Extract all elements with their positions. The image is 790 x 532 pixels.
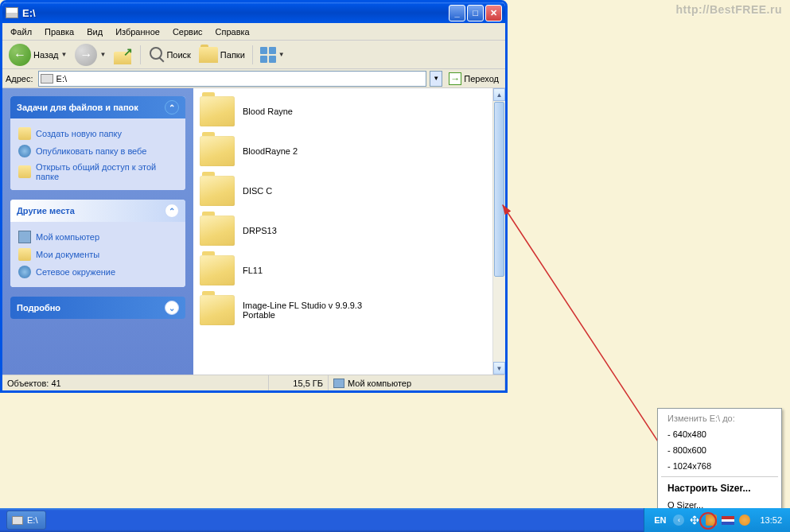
drive-icon — [41, 74, 53, 83]
window-title: E:\ — [22, 7, 449, 19]
chevron-down-icon: ▼ — [61, 51, 68, 58]
menu-file[interactable]: Файл — [4, 25, 38, 39]
drive-icon — [12, 516, 23, 525]
folder-icon — [200, 255, 235, 285]
globe-icon — [18, 145, 31, 157]
share-icon — [18, 165, 31, 178]
tasks-header[interactable]: Задачи для файлов и папок ⌃ — [10, 96, 185, 118]
task-share[interactable]: Открыть общий доступ к этой папке — [18, 160, 177, 184]
computer-icon — [333, 379, 344, 388]
list-item[interactable]: BloodRayne 2 — [197, 131, 502, 171]
scrollbar[interactable]: ▲ ▼ — [492, 88, 505, 375]
folder-up-icon: ↗ — [114, 45, 133, 64]
places-panel: Другие места ⌃ Мой компьютер Мои докумен… — [10, 200, 185, 287]
list-item[interactable]: DRPS13 — [197, 211, 502, 250]
taskbar: E:\ EN ‹ 13:52 — [0, 508, 790, 532]
list-item[interactable]: FL11 — [197, 250, 502, 290]
menu-help[interactable]: Справка — [209, 25, 256, 39]
folder-icon — [200, 176, 235, 206]
search-button[interactable]: Поиск — [145, 45, 193, 64]
flag-tray-icon[interactable] — [722, 514, 734, 526]
details-title: Подробно — [17, 303, 60, 313]
address-value: E:\ — [56, 74, 67, 83]
network-icon — [18, 266, 31, 278]
menubar: Файл Правка Вид Избранное Сервис Справка — [2, 23, 505, 41]
place-network[interactable]: Сетевое окружение — [18, 263, 177, 281]
list-item[interactable]: Blood Rayne — [197, 91, 502, 131]
cm-configure[interactable]: Настроить Sizer... — [660, 480, 780, 497]
search-icon — [148, 47, 164, 63]
list-item[interactable]: DISC C — [197, 171, 502, 211]
go-button[interactable]: → Переход — [446, 72, 502, 86]
file-list[interactable]: Blood Rayne BloodRayne 2 DISC C DRPS13 F… — [193, 88, 505, 375]
forward-button[interactable]: → ▼ — [72, 42, 109, 68]
back-button[interactable]: ← Назад ▼ — [6, 42, 70, 68]
explorer-window: E:\ _ □ ✕ Файл Правка Вид Избранное Серв… — [0, 0, 508, 393]
tray-lang[interactable]: EN — [654, 515, 666, 525]
scroll-thumb[interactable] — [494, 102, 504, 277]
tasks-panel: Задачи для файлов и папок ⌃ Создать нову… — [10, 96, 185, 190]
app-tray-icon[interactable] — [738, 514, 751, 526]
go-arrow-icon: → — [449, 72, 461, 85]
drive-icon — [6, 7, 18, 18]
menu-view[interactable]: Вид — [80, 25, 109, 39]
folders-label: Папки — [220, 50, 245, 60]
places-title: Другие места — [17, 206, 75, 216]
task-new-folder[interactable]: Создать новую папку — [18, 125, 177, 142]
address-dropdown[interactable]: ▼ — [430, 71, 442, 87]
cm-size-640[interactable]: - 640x480 — [660, 426, 780, 442]
chevron-down-icon: ⌄ — [165, 301, 179, 315]
places-header[interactable]: Другие места ⌃ — [10, 200, 185, 222]
folder-icon — [200, 216, 235, 246]
scroll-down-button[interactable]: ▼ — [493, 362, 505, 375]
maximize-button[interactable]: □ — [467, 5, 484, 21]
watermark: http://BestFREE.ru — [676, 3, 782, 16]
up-button[interactable]: ↗ — [111, 44, 136, 66]
menu-service[interactable]: Сервис — [166, 25, 209, 39]
new-folder-icon — [18, 127, 31, 140]
address-input[interactable]: E:\ — [38, 71, 427, 87]
close-button[interactable]: ✕ — [485, 5, 502, 21]
place-mycomputer[interactable]: Мой компьютер — [18, 228, 177, 246]
sidebar: Задачи для файлов и папок ⌃ Создать нову… — [2, 88, 193, 375]
chevron-up-icon: ⌃ — [165, 100, 179, 115]
cm-size-800[interactable]: - 800x600 — [660, 442, 780, 458]
folder-icon — [199, 47, 218, 63]
tray-expand-icon[interactable]: ‹ — [673, 515, 684, 526]
cm-header: Изменить E:\ до: — [660, 410, 780, 426]
sizer-tray-icon[interactable] — [688, 514, 701, 526]
views-button[interactable]: ▼ — [257, 45, 288, 64]
toolbar: ← Назад ▼ → ▼ ↗ Поиск Папки ▼ — [2, 41, 505, 69]
separator — [252, 45, 253, 64]
statusbar: Объектов: 41 15,5 ГБ Мой компьютер — [2, 375, 505, 390]
cm-size-1024[interactable]: - 1024x768 — [660, 458, 780, 474]
forward-icon: → — [75, 44, 97, 66]
menu-edit[interactable]: Правка — [38, 25, 80, 39]
address-bar: Адрес: E:\ ▼ → Переход — [2, 69, 505, 88]
folder-icon — [200, 295, 235, 325]
address-label: Адрес: — [6, 74, 35, 83]
minimize-button[interactable]: _ — [449, 5, 465, 21]
status-objects: Объектов: 41 — [2, 375, 269, 390]
views-icon — [260, 47, 276, 63]
status-location: Мой компьютер — [329, 375, 505, 390]
taskbar-item[interactable]: E:\ — [6, 511, 46, 530]
titlebar[interactable]: E:\ _ □ ✕ — [2, 2, 505, 23]
folders-button[interactable]: Папки — [196, 45, 248, 64]
scroll-up-button[interactable]: ▲ — [493, 88, 505, 101]
place-mydocs[interactable]: Мои документы — [18, 246, 177, 263]
go-label: Переход — [464, 74, 499, 83]
search-label: Поиск — [166, 50, 190, 60]
menu-favorites[interactable]: Избранное — [109, 25, 166, 39]
details-panel[interactable]: Подробно ⌄ — [10, 297, 185, 319]
back-icon: ← — [9, 44, 31, 66]
tray-clock[interactable]: 13:52 — [760, 515, 782, 525]
defender-tray-icon[interactable] — [705, 514, 718, 526]
list-item[interactable]: Image-Line FL Studio v 9.9.9.3 Portable — [197, 290, 502, 330]
computer-icon — [18, 231, 31, 243]
chevron-down-icon: ▼ — [278, 51, 285, 58]
tasks-title: Задачи для файлов и папок — [17, 103, 138, 112]
folder-icon — [200, 136, 235, 166]
status-size: 15,5 ГБ — [269, 375, 329, 390]
task-publish[interactable]: Опубликовать папку в вебе — [18, 142, 177, 160]
